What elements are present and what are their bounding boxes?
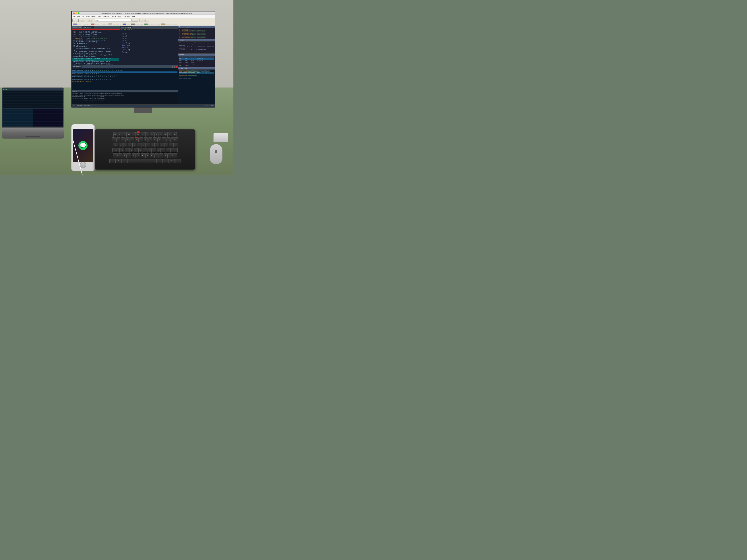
key-lcmd[interactable]: ⌘ <box>115 159 121 163</box>
key-f9[interactable]: F9 <box>154 132 158 137</box>
key-backslash[interactable]: \ <box>174 143 177 148</box>
key-f10[interactable]: F10 <box>159 132 163 137</box>
search-input[interactable] <box>95 19 131 22</box>
key-z[interactable]: Z <box>123 153 127 158</box>
key-k[interactable]: K <box>152 148 156 153</box>
menu-file[interactable]: File <box>77 16 80 17</box>
maximize-btn[interactable] <box>78 12 79 14</box>
key-v[interactable]: V <box>136 153 140 158</box>
thread-row-2[interactable]: 6492. 661B2 Ready ??????????? <box>179 60 214 62</box>
key-f4[interactable]: F4 <box>132 132 136 137</box>
key-slash[interactable]: / <box>163 153 168 158</box>
hex-float-btn[interactable] <box>174 66 175 68</box>
key-p[interactable]: P <box>160 143 164 148</box>
menu-lumina[interactable]: Lumina <box>111 16 115 17</box>
key-j[interactable]: J <box>148 148 152 153</box>
key-quote[interactable]: ' <box>166 148 170 153</box>
reg-lock-btn[interactable] <box>211 26 212 28</box>
phone-home-button[interactable] <box>80 162 86 168</box>
key-f7[interactable]: F7 <box>145 132 149 137</box>
key-m[interactable]: M <box>150 153 154 158</box>
key-6[interactable]: 6 <box>139 137 143 142</box>
key-i[interactable]: I <box>151 143 155 148</box>
key-menu[interactable]: ☰ <box>169 159 175 163</box>
toolbar-btn-1[interactable]: ◀ <box>72 19 75 22</box>
key-semicolon[interactable]: ; <box>161 148 165 153</box>
thread-row-3[interactable]: 6493. 661B5F Ready <box>179 61 214 63</box>
key-g[interactable]: G <box>138 148 143 153</box>
key-f[interactable]: F <box>134 148 138 153</box>
toolbar-hex[interactable]: H <box>139 19 143 22</box>
toolbar-list[interactable]: ☰ <box>146 19 149 22</box>
key-caps[interactable]: Caps <box>112 148 120 153</box>
key-enter[interactable]: ↵ <box>170 148 178 153</box>
key-0[interactable]: 0 <box>157 137 161 142</box>
hex-close-btn[interactable] <box>176 66 177 68</box>
key-minus[interactable]: - <box>162 137 166 142</box>
key-backtick[interactable]: ` <box>112 137 116 142</box>
key-x[interactable]: X <box>127 153 131 158</box>
key-comma[interactable]: , <box>154 153 158 158</box>
key-rcmd[interactable]: ⌘ <box>163 159 169 163</box>
key-8[interactable]: 8 <box>148 137 152 142</box>
hex-minimize-btn[interactable] <box>172 66 173 68</box>
key-lalt[interactable]: Alt <box>122 159 127 163</box>
key-lbracket[interactable]: [ <box>164 143 168 148</box>
menu-edit[interactable]: Edit <box>81 16 84 17</box>
key-ralt[interactable]: Alt <box>157 159 163 163</box>
key-lshift[interactable]: ⇧ <box>113 153 122 158</box>
reg-settings-btn[interactable] <box>213 26 214 28</box>
key-1[interactable]: 1 <box>117 137 120 142</box>
thread-row-5[interactable]: 6495. 661B7E Ready <box>179 65 214 67</box>
thread-row-4[interactable]: 6494. 661B6 Ready <box>179 63 214 65</box>
key-f6[interactable]: F6 <box>141 132 145 137</box>
menu-ida[interactable]: IDA <box>73 16 76 17</box>
toolbar-btn-stop[interactable]: ■ <box>90 19 93 22</box>
key-3[interactable]: 3 <box>126 137 129 142</box>
tab-pseudocode[interactable]: Pseudocode-A <box>120 26 132 28</box>
key-w[interactable]: W <box>123 143 127 148</box>
key-f2[interactable]: F2 <box>123 132 127 137</box>
key-tab[interactable]: Tab <box>113 143 118 148</box>
key-lctrl[interactable]: Ctrl <box>109 159 115 163</box>
toolbar-btn-3[interactable]: ⇐ <box>79 19 82 22</box>
key-y[interactable]: Y <box>141 143 146 148</box>
search-button[interactable]: Search <box>131 19 138 22</box>
key-e[interactable]: E <box>128 143 132 148</box>
menu-search[interactable]: Search <box>92 16 96 17</box>
key-u[interactable]: U <box>146 143 150 148</box>
key-4[interactable]: 4 <box>130 137 134 142</box>
menu-view[interactable]: View <box>98 16 101 17</box>
toolbar-btn-2[interactable]: ▶ <box>76 19 79 22</box>
menu-windows[interactable]: Windows <box>124 16 130 17</box>
key-b[interactable]: B <box>141 153 145 158</box>
close-btn[interactable] <box>73 12 75 14</box>
key-period[interactable]: . <box>159 153 163 158</box>
key-f3[interactable]: F3 <box>127 132 131 137</box>
tab-debug-view[interactable]: Debug View <box>72 26 82 28</box>
minimize-btn[interactable] <box>76 12 77 14</box>
key-a[interactable]: A <box>120 148 124 153</box>
toolbar-graph[interactable]: G <box>143 19 146 22</box>
key-space[interactable] <box>127 159 157 163</box>
key-7[interactable]: 7 <box>144 137 148 142</box>
menu-help[interactable]: Help <box>132 16 135 17</box>
key-h[interactable]: H <box>143 148 147 153</box>
key-del[interactable]: Del <box>173 132 177 137</box>
key-o[interactable]: O <box>155 143 159 148</box>
toolbar-btn-4[interactable]: ⇒ <box>82 19 85 22</box>
key-d[interactable]: D <box>129 148 133 153</box>
menu-debugger[interactable]: Debugger <box>103 16 109 17</box>
key-f5[interactable]: F5 <box>136 132 140 137</box>
key-c[interactable]: C <box>132 153 136 158</box>
key-q[interactable]: Q <box>119 143 123 148</box>
menu-options[interactable]: Options <box>118 16 123 17</box>
key-2[interactable]: 2 <box>121 137 125 142</box>
menu-jump[interactable]: Jump <box>86 16 89 17</box>
key-f11[interactable]: F11 <box>163 132 168 137</box>
key-rctrl[interactable]: Ctrl <box>175 159 181 163</box>
key-r[interactable]: R <box>132 143 136 148</box>
key-rbracket[interactable]: ] <box>169 143 173 148</box>
key-f1[interactable]: F1 <box>118 132 122 137</box>
key-f8[interactable]: F8 <box>150 132 154 137</box>
